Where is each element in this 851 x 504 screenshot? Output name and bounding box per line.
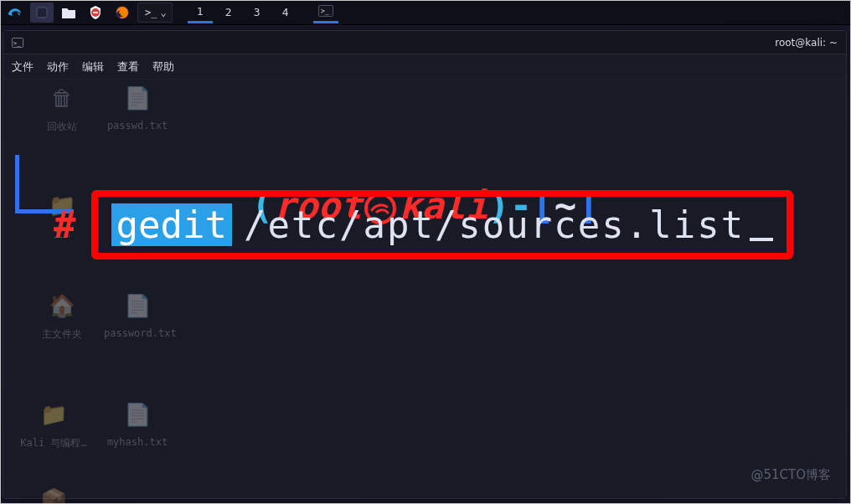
desk-icon-password: 📄 password.txt bbox=[104, 287, 171, 339]
menu-file[interactable]: 文件 bbox=[12, 59, 34, 75]
folder-icon: 📁 bbox=[35, 396, 72, 433]
terminal-titlebar-icon: >_ bbox=[12, 38, 23, 48]
workspace-3[interactable]: 3 bbox=[245, 2, 270, 23]
terminal-titlebar[interactable]: >_ root@kali: ~ bbox=[3, 31, 846, 54]
terminal-glyph: >_ bbox=[145, 7, 157, 18]
workspace-1[interactable]: 1 bbox=[188, 2, 213, 23]
terminal-window-title: root@kali: ~ bbox=[775, 37, 838, 49]
watermark: @51CTO博客 bbox=[750, 467, 831, 483]
svg-text:>_: >_ bbox=[13, 40, 21, 47]
desk-icon-kaliprog: 📁 Kali 与编程… bbox=[20, 396, 87, 450]
desk-icon-myhash: 📄 myhash.txt bbox=[104, 396, 171, 448]
desk-icon-home: 🏠 主文件夹 bbox=[28, 287, 95, 342]
trash-icon: 🗑 bbox=[44, 80, 80, 116]
prompt-line-2: # gedit /etc/apt/sources.list bbox=[54, 190, 793, 260]
terminal-launcher-dropdown[interactable]: >_ ⌄ bbox=[137, 3, 173, 23]
desk-icon-label: 主文件夹 bbox=[28, 327, 95, 342]
menu-help[interactable]: 帮助 bbox=[152, 59, 174, 75]
desk-icon-label: 回收站 bbox=[28, 120, 95, 134]
app-launcher-icon[interactable] bbox=[30, 3, 54, 23]
terminal-menubar: 文件 动作 编辑 查看 帮助 bbox=[3, 54, 846, 80]
command-argument: /etc/apt/sources.list bbox=[244, 203, 773, 246]
taskbar-terminal-indicator[interactable]: >_ bbox=[313, 2, 338, 23]
taskbar: >_ ⌄ 1 2 3 4 >_ bbox=[0, 0, 851, 25]
firefox-icon[interactable] bbox=[111, 3, 134, 23]
workspace-4[interactable]: 4 bbox=[273, 2, 298, 23]
desk-icon-label: password.txt bbox=[104, 327, 171, 339]
desk-icon-label: passwd.txt bbox=[104, 120, 171, 131]
command-binary: gedit bbox=[111, 203, 232, 246]
terminal-window: >_ root@kali: ~ 文件 动作 编辑 查看 帮助 🗑 回收站 📄 p… bbox=[3, 30, 847, 499]
workspace-2[interactable]: 2 bbox=[216, 2, 241, 23]
desk-icon-passwd: 📄 passwd.txt bbox=[104, 80, 171, 131]
chevron-down-icon: ⌄ bbox=[160, 7, 166, 18]
menu-view[interactable]: 查看 bbox=[117, 59, 139, 75]
svg-rect-0 bbox=[37, 8, 47, 18]
desk-icon-label: myhash.txt bbox=[104, 436, 171, 448]
textfile-icon: 📄 bbox=[119, 396, 156, 433]
menu-action[interactable]: 动作 bbox=[47, 59, 69, 75]
file-manager-icon[interactable] bbox=[57, 3, 80, 23]
textfile-icon: 📄 bbox=[119, 80, 156, 116]
svg-text:>_: >_ bbox=[321, 8, 329, 15]
prompt-hash: # bbox=[54, 203, 76, 246]
home-icon: 🏠 bbox=[44, 287, 80, 324]
terminal-body[interactable]: 🗑 回收站 📄 passwd.txt 📁 文… 🏠 主文件夹 📄 passwor… bbox=[3, 80, 846, 498]
textfile-icon: 📄 bbox=[119, 287, 156, 324]
svg-rect-2 bbox=[93, 12, 98, 13]
security-alert-icon[interactable] bbox=[84, 3, 107, 23]
desk-icon-label: Kali 与编程… bbox=[20, 436, 87, 450]
menu-edit[interactable]: 编辑 bbox=[82, 59, 104, 75]
desk-icon-trash: 🗑 回收站 bbox=[28, 80, 95, 134]
kali-logo-icon[interactable] bbox=[3, 3, 27, 23]
command-highlight-box: gedit /etc/apt/sources.list bbox=[91, 190, 794, 260]
